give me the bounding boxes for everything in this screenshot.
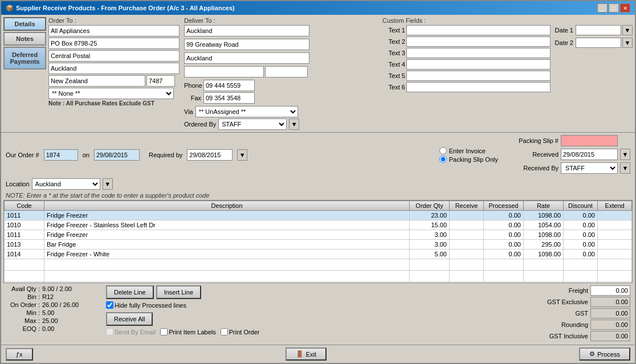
- min-label: Min :: [6, 309, 40, 316]
- window-title: 📦 Supplier Receive Products - From Purch…: [6, 5, 235, 12]
- note-bar: NOTE: Enter a * at the start of the code…: [1, 191, 635, 200]
- text6-label: Text 6: [382, 84, 405, 91]
- text3-input[interactable]: [406, 48, 551, 58]
- date1-label: Date 1: [555, 27, 573, 34]
- gst-exclusive-label: GST Exclusive: [537, 298, 588, 305]
- print-item-labels-label: Print Item Labels: [169, 329, 216, 336]
- custom-text-fields: Text 1 Text 2 Text 3 Text 4: [382, 25, 551, 93]
- exit-icon: 🚪: [296, 350, 304, 358]
- details-button[interactable]: Details: [3, 17, 46, 31]
- avail-qty-value: 9.00 / 2.00: [42, 285, 97, 292]
- table-row[interactable]: 1010Fridge Freezer - Stainless Steel Lef…: [5, 220, 632, 230]
- table-body: 1011Fridge Freezer23.000.001098.000.0010…: [5, 211, 632, 284]
- ordered-by-dropdown[interactable]: STAFF: [218, 118, 287, 130]
- order-num-input[interactable]: [44, 149, 78, 161]
- order-to-box[interactable]: [48, 38, 180, 49]
- order-to-postal[interactable]: [48, 50, 180, 62]
- fx-button[interactable]: ƒx: [6, 348, 33, 361]
- gst-value: 0.00: [590, 308, 630, 318]
- text5-input[interactable]: [406, 71, 551, 81]
- received-by-label: Received By: [507, 165, 558, 171]
- delete-line-button[interactable]: Delete Line: [106, 285, 154, 299]
- enter-invoice-label: Enter Invoice: [449, 148, 486, 154]
- hide-processed-label: Hide fully Processed lines: [115, 302, 186, 309]
- order-to-zip[interactable]: [146, 75, 175, 87]
- hide-processed-checkbox[interactable]: [106, 301, 113, 309]
- table-header: Code Description Order Qty Receive Proce…: [5, 201, 632, 211]
- table-row[interactable]: 1011Fridge Freezer3.000.001098.000.00: [5, 230, 632, 240]
- insert-line-button[interactable]: Insert Line: [156, 285, 201, 299]
- top-section: Details Notes Deferred Payments Order To…: [1, 15, 635, 132]
- order-date-input[interactable]: [94, 149, 140, 161]
- exit-button[interactable]: 🚪 Exit: [286, 347, 327, 361]
- custom-fields-section: Custom Fields : Text 1 Text 2 Te: [382, 17, 633, 130]
- table-row[interactable]: 1014Fridge Freezer - White5.000.001098.0…: [5, 250, 632, 259]
- order-to-name[interactable]: [48, 25, 180, 36]
- received-dropdown[interactable]: ▼: [620, 149, 630, 160]
- text1-input[interactable]: [406, 25, 551, 35]
- packing-received-section: Packing Slip # Received ▼ Received By ST…: [507, 135, 630, 175]
- title-bar: 📦 Supplier Receive Products - From Purch…: [1, 1, 635, 15]
- packing-slip-label: Packing Slip Only: [449, 156, 498, 163]
- print-order-checkbox[interactable]: [221, 328, 228, 336]
- order-to-country[interactable]: [48, 75, 145, 87]
- required-date-dropdown[interactable]: ▼: [237, 149, 247, 161]
- enter-invoice-radio[interactable]: [439, 147, 447, 154]
- window-controls: _ □ ✕: [597, 3, 630, 13]
- gst-label: GST: [537, 310, 588, 317]
- send-by-email-checkbox[interactable]: [106, 328, 113, 336]
- minimize-button[interactable]: _: [597, 3, 608, 13]
- deliver-to-line2[interactable]: [184, 39, 309, 50]
- received-by-arrow[interactable]: ▼: [620, 162, 630, 174]
- ordered-by-arrow[interactable]: ▼: [289, 118, 299, 130]
- table-row[interactable]: 1013Bar Fridge3.000.00295.000.00: [5, 240, 632, 250]
- text2-input[interactable]: [406, 36, 551, 47]
- text4-label: Text 4: [382, 61, 405, 68]
- date2-dropdown[interactable]: ▼: [622, 38, 633, 48]
- location-row: Location Auckland ▼: [1, 177, 635, 191]
- location-label: Location: [6, 181, 30, 187]
- fax-input[interactable]: [203, 92, 255, 104]
- rounding-value: 0.00: [590, 320, 630, 330]
- deferred-payments-button[interactable]: Deferred Payments: [3, 47, 46, 69]
- bottom-mid-section: Delete Line Insert Line Hide fully Proce…: [106, 285, 484, 342]
- text4-input[interactable]: [406, 59, 551, 69]
- close-button[interactable]: ✕: [620, 3, 630, 13]
- bottom-right-summary: Freight 0.00 GST Exclusive 0.00 GST 0.00…: [494, 285, 630, 342]
- order-num-label: Our Order #: [6, 152, 39, 158]
- required-date-input[interactable]: [187, 149, 233, 161]
- received-input[interactable]: [561, 149, 618, 160]
- location-arrow[interactable]: ▼: [103, 178, 113, 190]
- notes-button[interactable]: Notes: [3, 32, 46, 46]
- deliver-to-field1[interactable]: [184, 66, 264, 77]
- received-label: Received: [507, 151, 558, 158]
- col-header-code: Code: [5, 201, 44, 211]
- deliver-to-line1[interactable]: [184, 25, 309, 36]
- order-to-city[interactable]: [48, 63, 180, 74]
- date1-input[interactable]: [576, 25, 621, 35]
- packing-slip-radio[interactable]: [439, 156, 447, 163]
- location-dropdown[interactable]: Auckland: [32, 178, 100, 190]
- table-wrapper[interactable]: Code Description Order Qty Receive Proce…: [3, 200, 633, 283]
- deliver-to-line3[interactable]: [184, 52, 309, 64]
- process-button[interactable]: ⚙ Process: [579, 347, 630, 361]
- phone-fax-section: Phone Fax: [184, 80, 378, 104]
- checkboxes-row: Hide fully Processed lines: [106, 301, 484, 309]
- print-item-labels-checkbox[interactable]: [160, 328, 168, 336]
- deliver-to-field2[interactable]: [265, 66, 308, 77]
- order-to-dropdown[interactable]: ** None **: [48, 88, 174, 99]
- invoice-radio-group: Enter Invoice Packing Slip Only: [439, 147, 498, 163]
- phone-input[interactable]: [203, 80, 255, 91]
- table-row[interactable]: 1011Fridge Freezer23.000.001098.000.00: [5, 211, 632, 220]
- packing-slip-num-input[interactable]: [561, 135, 618, 146]
- text6-input[interactable]: [406, 82, 551, 92]
- maximize-button[interactable]: □: [609, 3, 619, 13]
- receive-all-button[interactable]: Receive All: [106, 312, 153, 326]
- received-by-dropdown[interactable]: STAFF: [561, 162, 618, 174]
- text1-label: Text 1: [382, 27, 405, 34]
- freight-value: 0.00: [590, 285, 630, 296]
- date2-input[interactable]: [576, 38, 621, 48]
- via-dropdown[interactable]: ** UnAssigned **: [195, 106, 298, 117]
- gst-exclusive-value: 0.00: [590, 297, 630, 307]
- date1-dropdown[interactable]: ▼: [622, 25, 633, 35]
